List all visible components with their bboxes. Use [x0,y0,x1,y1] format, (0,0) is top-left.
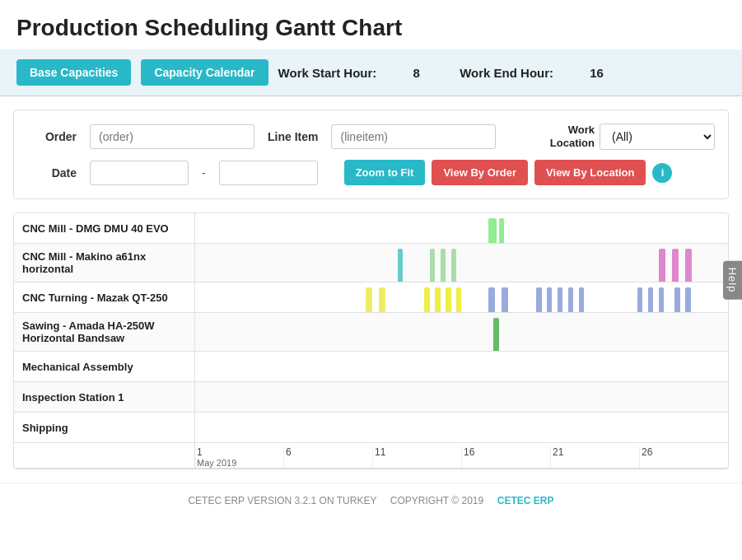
gantt-row-5: Mechanical Assembly [14,352,728,382]
gantt-bars-1 [195,213,728,243]
footer-link[interactable]: CETEC ERP [497,495,554,506]
view-by-location-button[interactable]: View By Location [534,160,646,185]
gantt-axis-row: 1 May 2019 6 11 16 21 [14,443,728,469]
gantt-grid: CNC Mill - DMG DMU 40 EVO CNC Mill - Mak… [14,213,728,469]
gantt-row-4: Sawing - Amada HA-250W Horizontal Bandsa… [14,313,728,352]
filter-section: Order Line Item Work Location (All) Loca… [13,110,729,199]
gantt-bars-2 [195,244,728,282]
gantt-bars-5 [195,352,728,381]
work-end-label: Work End Hour: [460,66,553,80]
order-input[interactable] [90,124,254,149]
gantt-row-label-4: Sawing - Amada HA-250W Horizontal Bandsa… [14,313,195,351]
gantt-bars-3 [195,282,728,312]
gantt-bars-7 [195,413,728,442]
footer-center: COPYRIGHT © 2019 [390,495,483,506]
page-title: Production Scheduling Gantt Chart [16,15,726,41]
gantt-row-2: CNC Mill - Makino a61nx horizontal [14,244,728,282]
gantt-axis-16: 16 [462,446,551,468]
gantt-row-1: CNC Mill - DMG DMU 40 EVO [14,213,728,244]
line-item-label: Line Item [268,130,318,143]
toolbar: Base Capacities Capacity Calendar Work S… [0,49,742,96]
filter-row-1: Order Line Item Work Location (All) Loca… [27,124,715,150]
work-start-value: 8 [413,66,419,80]
gantt-row-label-6: Inspection Station 1 [14,382,195,412]
date-separator: - [202,166,206,180]
gantt-axis-21: 21 [551,446,640,468]
date-from-input[interactable]: 2019-05-01 [90,161,189,185]
gantt-bars-6 [195,382,728,412]
date-to-input[interactable]: 2019-05-31 [219,161,318,185]
gantt-row-label-7: Shipping [14,413,195,442]
gantt-section: CNC Mill - DMG DMU 40 EVO CNC Mill - Mak… [13,212,729,469]
view-by-order-button[interactable]: View By Order [432,160,528,185]
gantt-axis-26: 26 [640,446,728,468]
gantt-bars-4 [195,313,728,351]
gantt-row-label-1: CNC Mill - DMG DMU 40 EVO [14,213,195,243]
gantt-row-label-3: CNC Turning - Mazak QT-250 [14,282,195,312]
filter-actions: Zoom to Fit View By Order View By Locati… [344,160,673,185]
gantt-axis-6: 6 [284,446,373,468]
gantt-row-7: Shipping [14,413,728,443]
help-tab[interactable]: Help [723,261,742,300]
work-end-value: 16 [590,66,604,80]
info-button[interactable]: i [652,163,672,183]
gantt-row-label-2: CNC Mill - Makino a61nx horizontal [14,244,195,282]
work-hours: Work Start Hour: 8 Work End Hour: 16 [278,66,604,80]
gantt-row-label-5: Mechanical Assembly [14,352,195,381]
zoom-to-fit-button[interactable]: Zoom to Fit [344,160,426,185]
work-location-label2: Location [550,137,595,150]
gantt-axis-spacer [14,443,195,468]
work-location-select[interactable]: (All) Location 1 Location 2 [600,124,715,150]
work-location-label: Work [568,124,595,137]
capacity-calendar-button[interactable]: Capacity Calendar [141,59,268,86]
footer-left: CETEC ERP VERSION 3.2.1 ON TURKEY [188,495,376,506]
line-item-input[interactable] [331,124,496,149]
gantt-axis-1: 1 May 2019 [195,446,284,468]
footer: CETEC ERP VERSION 3.2.1 ON TURKEY COPYRI… [0,483,742,518]
gantt-axis-11: 11 [373,446,462,468]
filter-row-2: Date 2019-05-01 - 2019-05-31 Zoom to Fit… [27,160,715,185]
gantt-row-6: Inspection Station 1 [14,382,728,413]
order-label: Order [27,130,77,143]
work-start-label: Work Start Hour: [278,66,377,80]
base-capacities-button[interactable]: Base Capacities [16,59,131,86]
page-header: Production Scheduling Gantt Chart [0,0,742,49]
date-label: Date [27,166,77,180]
gantt-row-3: CNC Turning - Mazak QT-250 [14,282,728,313]
